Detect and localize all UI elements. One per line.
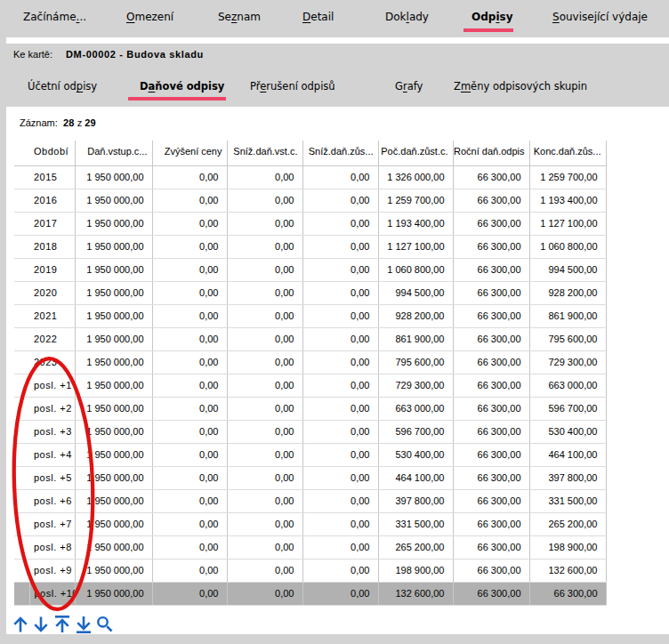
column-header[interactable]: Zvýšení ceny: [152, 141, 227, 165]
value-cell[interactable]: 66 300,00: [453, 350, 529, 374]
value-cell[interactable]: 0,00: [227, 189, 302, 212]
table-row[interactable]: posl. +31 950 000,000,000,000,00596 700,…: [14, 420, 606, 443]
value-cell[interactable]: 0,00: [302, 420, 378, 443]
value-cell[interactable]: 0,00: [227, 582, 302, 605]
value-cell[interactable]: 397 800,00: [378, 489, 453, 512]
search-icon[interactable]: [96, 616, 113, 633]
value-cell[interactable]: 0,00: [227, 466, 302, 489]
value-cell[interactable]: 66 300,00: [453, 535, 529, 559]
value-cell[interactable]: 198 900,00: [378, 559, 453, 582]
column-header[interactable]: Sníž.daň.vst.c.: [227, 141, 302, 165]
value-cell[interactable]: 1 950 000,00: [75, 420, 152, 443]
table-row[interactable]: posl. +61 950 000,000,000,000,00397 800,…: [14, 489, 606, 512]
value-cell[interactable]: 0,00: [152, 397, 227, 420]
table-row[interactable]: posl. +11 950 000,000,000,000,00729 300,…: [14, 374, 606, 397]
value-cell[interactable]: 132 600,00: [378, 582, 453, 605]
value-cell[interactable]: 0,00: [152, 235, 227, 258]
value-cell[interactable]: 0,00: [152, 466, 227, 489]
value-cell[interactable]: 464 100,00: [378, 466, 453, 489]
value-cell[interactable]: 1 950 000,00: [75, 535, 152, 559]
table-row[interactable]: 20171 950 000,000,000,000,001 193 400,00…: [14, 212, 606, 235]
table-row[interactable]: 20211 950 000,000,000,000,00928 200,0066…: [14, 304, 606, 327]
value-cell[interactable]: 1 950 000,00: [75, 582, 152, 605]
value-cell[interactable]: 0,00: [152, 443, 227, 466]
period-cell[interactable]: posl. +6: [29, 489, 75, 512]
value-cell[interactable]: 0,00: [152, 165, 227, 189]
table-row[interactable]: posl. +21 950 000,000,000,000,00663 000,…: [14, 397, 606, 420]
value-cell[interactable]: 66 300,00: [453, 281, 529, 304]
value-cell[interactable]: 0,00: [302, 443, 378, 466]
tab-odpisy[interactable]: Odpisy: [472, 11, 512, 23]
value-cell[interactable]: 0,00: [227, 535, 302, 559]
value-cell[interactable]: 0,00: [152, 420, 227, 443]
value-cell[interactable]: 0,00: [302, 489, 378, 512]
value-cell[interactable]: 0,00: [152, 535, 227, 559]
value-cell[interactable]: 596 700,00: [378, 420, 453, 443]
value-cell[interactable]: 0,00: [152, 582, 227, 605]
value-cell[interactable]: 1 950 000,00: [75, 512, 152, 535]
column-header[interactable]: Daň.vstup.c...: [75, 141, 152, 165]
value-cell[interactable]: 66 300,00: [453, 189, 529, 212]
value-cell[interactable]: 0,00: [227, 489, 302, 512]
value-cell[interactable]: 66 300,00: [453, 304, 529, 327]
value-cell[interactable]: 1 950 000,00: [75, 165, 152, 189]
value-cell[interactable]: 66 300,00: [453, 212, 529, 235]
table-row[interactable]: posl. +81 950 000,000,000,000,00265 200,…: [14, 535, 606, 559]
value-cell[interactable]: 0,00: [302, 374, 378, 397]
value-cell[interactable]: 331 500,00: [529, 489, 606, 512]
value-cell[interactable]: 1 193 400,00: [378, 212, 453, 235]
value-cell[interactable]: 198 900,00: [529, 535, 606, 559]
value-cell[interactable]: 0,00: [227, 374, 302, 397]
period-cell[interactable]: posl. +2: [29, 397, 75, 420]
period-cell[interactable]: 2020: [29, 281, 75, 304]
value-cell[interactable]: 0,00: [227, 420, 302, 443]
value-cell[interactable]: 0,00: [227, 212, 302, 235]
tab-seznam[interactable]: Seznam: [218, 11, 261, 23]
value-cell[interactable]: 0,00: [227, 304, 302, 327]
value-cell[interactable]: 0,00: [152, 189, 227, 212]
value-cell[interactable]: 1 060 800,00: [378, 258, 453, 281]
value-cell[interactable]: 0,00: [227, 443, 302, 466]
value-cell[interactable]: 66 300,00: [453, 327, 529, 350]
value-cell[interactable]: 66 300,00: [453, 489, 529, 512]
value-cell[interactable]: 1 950 000,00: [75, 350, 152, 374]
value-cell[interactable]: 0,00: [302, 281, 378, 304]
tab-doklady[interactable]: Doklady: [385, 11, 429, 23]
value-cell[interactable]: 0,00: [152, 374, 227, 397]
value-cell[interactable]: 928 200,00: [378, 304, 453, 327]
table-row[interactable]: posl. +51 950 000,000,000,000,00464 100,…: [14, 466, 606, 489]
value-cell[interactable]: 596 700,00: [529, 397, 606, 420]
value-cell[interactable]: 0,00: [302, 466, 378, 489]
value-cell[interactable]: 795 600,00: [378, 350, 453, 374]
value-cell[interactable]: 0,00: [152, 258, 227, 281]
subtab-grafy[interactable]: Grafy: [395, 80, 423, 93]
value-cell[interactable]: 0,00: [227, 512, 302, 535]
value-cell[interactable]: 66 300,00: [453, 512, 529, 535]
period-cell[interactable]: 2022: [29, 327, 75, 350]
value-cell[interactable]: 0,00: [152, 281, 227, 304]
value-cell[interactable]: 1 060 800,00: [529, 235, 606, 258]
column-header[interactable]: Období: [29, 141, 75, 165]
value-cell[interactable]: 1 950 000,00: [75, 189, 152, 212]
value-cell[interactable]: 0,00: [302, 582, 378, 605]
period-cell[interactable]: 2016: [29, 189, 75, 212]
column-header[interactable]: Sníž.daň.zůs...: [302, 141, 378, 165]
period-cell[interactable]: posl. +4: [29, 443, 75, 466]
column-header[interactable]: Konc.daň.zůs...: [529, 141, 606, 165]
value-cell[interactable]: 1 326 000,00: [378, 165, 453, 189]
next-record-icon[interactable]: [34, 616, 48, 633]
table-row[interactable]: posl. +101 950 000,000,000,000,00132 600…: [14, 582, 606, 605]
value-cell[interactable]: 0,00: [227, 397, 302, 420]
period-cell[interactable]: 2021: [29, 304, 75, 327]
value-cell[interactable]: 1 950 000,00: [75, 397, 152, 420]
value-cell[interactable]: 663 000,00: [529, 374, 606, 397]
value-cell[interactable]: 1 259 700,00: [529, 165, 606, 189]
column-header[interactable]: Poč.daň.zůst.c.: [378, 141, 453, 165]
table-row[interactable]: 20201 950 000,000,000,000,00994 500,0066…: [14, 281, 606, 304]
value-cell[interactable]: 0,00: [152, 489, 227, 512]
value-cell[interactable]: 1 950 000,00: [75, 443, 152, 466]
value-cell[interactable]: 0,00: [302, 327, 378, 350]
value-cell[interactable]: 0,00: [302, 189, 378, 212]
tab-souvisejici-vydaje[interactable]: Související výdaje: [552, 11, 648, 23]
value-cell[interactable]: 66 300,00: [453, 466, 529, 489]
